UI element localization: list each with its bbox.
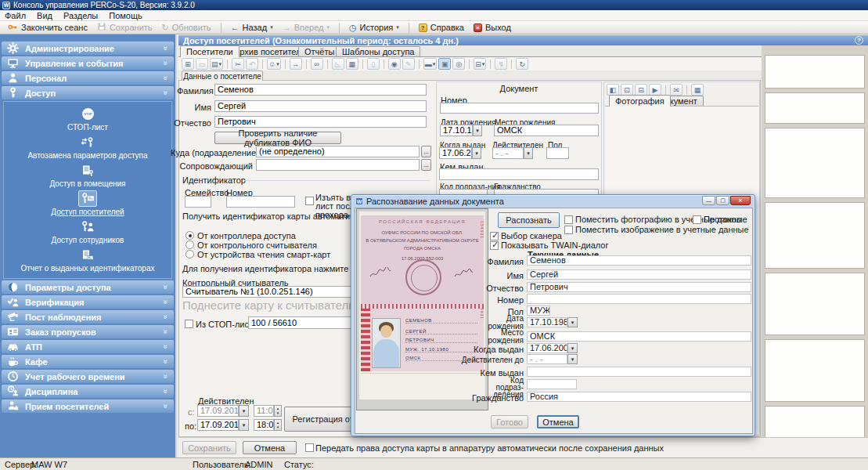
valid-to-date[interactable]: 17.09.2015: [197, 419, 239, 431]
minimize-button[interactable]: —: [702, 196, 715, 205]
patronymic-input[interactable]: Петрович: [214, 116, 427, 128]
escort-browse-button[interactable]: ...: [421, 159, 431, 171]
sidebar-item-identifier-report[interactable]: Отчет о выданных идентификаторах: [4, 247, 171, 273]
doc-birth-date-dropdown[interactable]: ▾: [473, 125, 482, 136]
escort-input[interactable]: [256, 159, 420, 171]
sidebar-item-management-events[interactable]: Управление и события »: [2, 56, 174, 70]
identifier-button[interactable]: ∞: [311, 58, 323, 70]
doc-valid-until-input[interactable]: - . -: [492, 147, 524, 159]
lastname-input[interactable]: Семенов: [214, 84, 427, 96]
document-button[interactable]: ▯: [367, 58, 380, 70]
print-photo-icon[interactable]: ⊟: [635, 84, 647, 96]
doc-issue-date-input[interactable]: 17.06.2003: [439, 147, 472, 159]
from-smartcard-radio[interactable]: [185, 250, 194, 258]
sidebar-item-room-access[interactable]: Доступ в помещения: [4, 162, 171, 188]
video-capture-icon[interactable]: ▶: [649, 84, 661, 96]
sidebar-item-atp[interactable]: АТП »: [2, 340, 174, 353]
layout-button[interactable]: ▦: [346, 58, 358, 70]
sidebar-item-verification[interactable]: Верификация »: [2, 295, 174, 309]
dlg-lastname-input[interactable]: Семенов: [527, 255, 751, 266]
place-image-checkbox[interactable]: [564, 226, 573, 234]
tab-visitors[interactable]: Посетители: [180, 45, 240, 57]
valid-from-calendar-button[interactable]: ▾: [239, 405, 249, 417]
done-button[interactable]: Готово: [491, 415, 528, 428]
from-control-reader-radio[interactable]: [185, 240, 194, 249]
tab-visitor-data[interactable]: Данные о посетителе: [182, 70, 263, 81]
sidebar-item-administration[interactable]: Администрирование »: [2, 42, 174, 55]
dlg-birth-date-input[interactable]: 17.10.1980: [527, 317, 567, 327]
refresh-button[interactable]: ↻ Обновить: [157, 22, 216, 34]
print-button[interactable]: ⊟▾: [474, 58, 486, 70]
find-button[interactable]: ◉: [388, 58, 401, 70]
paste-image-icon[interactable]: ⊡: [621, 84, 633, 96]
sidebar-item-access-autoreplace[interactable]: Автозамена параметров доступа: [4, 134, 171, 160]
doc-issued-by-input[interactable]: [439, 168, 599, 180]
twain-dialog-checkbox[interactable]: ✓: [490, 241, 499, 250]
sidebar-item-access-params[interactable]: Параметры доступа »: [2, 280, 174, 294]
dialog-title-bar[interactable]: W Распознавание данных документа: [351, 195, 755, 208]
dropdown-icon[interactable]: ▾: [482, 61, 485, 67]
view-button[interactable]: ◎: [452, 58, 465, 70]
check-duplicates-button[interactable]: Проверить наличие дубликатов ФИО: [214, 132, 341, 144]
doc-issue-date-dropdown[interactable]: ▾: [472, 147, 481, 159]
chart-button[interactable]: ◺: [332, 58, 344, 70]
doc-number-input[interactable]: [440, 103, 599, 114]
number-input[interactable]: [226, 196, 295, 208]
sidebar-item-access[interactable]: Доступ »: [2, 86, 174, 99]
dialog-cancel-button[interactable]: Отмена: [537, 415, 579, 428]
add-visitor-button[interactable]: ⊞: [182, 58, 194, 70]
protocol-checkbox[interactable]: [693, 215, 701, 224]
sidebar-item-visitor-access[interactable]: Доступ посетителей: [4, 190, 171, 216]
place-photo-checkbox[interactable]: [564, 215, 573, 224]
tab-photo[interactable]: Фотография: [609, 95, 671, 107]
from-controller-radio[interactable]: [185, 231, 194, 240]
department-browse-button[interactable]: ...: [421, 146, 431, 157]
valid-to-time[interactable]: 18:00: [254, 419, 274, 431]
history-button[interactable]: ◷ История ▾: [344, 22, 404, 34]
dropdown-icon[interactable]: ▾: [219, 61, 222, 67]
sidebar-item-discipline[interactable]: Дисциплина »: [2, 385, 174, 398]
dlg-valid-until-dropdown[interactable]: ▾: [567, 354, 578, 364]
camera-icon[interactable]: ◧: [607, 84, 619, 96]
valid-from-time-spinner[interactable]: ▴▾: [274, 405, 282, 417]
forward-dropdown-icon[interactable]: ▾: [326, 24, 330, 31]
sidebar-item-time-tracking[interactable]: Учет рабочего времени »: [2, 370, 174, 383]
valid-to-calendar-button[interactable]: ▾: [239, 419, 249, 431]
dlg-issue-date-input[interactable]: 17.06.2003: [527, 343, 567, 353]
doc-birth-place-input[interactable]: ОМСК: [494, 125, 599, 136]
dropdown-icon[interactable]: ▾: [433, 61, 436, 67]
quick-action-button[interactable]: ↯: [495, 58, 507, 70]
help-button[interactable]: ? Справка: [414, 22, 469, 34]
cancel-visitor-button[interactable]: Отмена: [243, 441, 297, 454]
firstname-input[interactable]: Сергей: [214, 100, 427, 112]
doc-birth-date-input[interactable]: 17.10.1980: [440, 125, 473, 136]
back-dropdown-icon[interactable]: ▾: [270, 24, 273, 31]
sidebar-item-pass-orders[interactable]: Заказ пропусков »: [2, 325, 174, 338]
issue-card-button[interactable]: ▤▾: [210, 58, 223, 70]
dlg-gender-input[interactable]: МУЖ.: [527, 306, 550, 316]
reader-select-button[interactable]: ▬▾: [423, 58, 438, 70]
family-input[interactable]: [185, 196, 211, 208]
dlg-firstname-input[interactable]: Сергей: [527, 269, 751, 280]
cut-button[interactable]: ✂: [232, 58, 244, 70]
undo-button[interactable]: ↶: [246, 58, 258, 70]
dropdown-icon[interactable]: ▾: [276, 61, 279, 67]
sidebar-item-employee-access[interactable]: Доступ сотрудников: [4, 219, 171, 244]
sidebar-item-stop-list[interactable]: STOP СТОП-лист: [4, 106, 171, 132]
back-button[interactable]: ← Назад ▾: [226, 22, 278, 34]
scan-document-button[interactable]: ▣: [438, 58, 451, 70]
doc-gender-input[interactable]: [546, 147, 569, 159]
menu-sections[interactable]: Разделы: [63, 11, 98, 20]
valid-from-date[interactable]: 17.09.2015: [197, 405, 239, 417]
menu-help[interactable]: Помощь: [109, 11, 142, 20]
forward-record-button[interactable]: →: [290, 58, 302, 70]
sidebar-item-personnel[interactable]: Персонал »: [2, 71, 174, 85]
dlg-valid-until-input[interactable]: - . -: [527, 354, 567, 364]
valid-from-time[interactable]: 11:03: [254, 405, 274, 417]
exit-button[interactable]: × Выход: [469, 22, 516, 34]
save-visitor-button[interactable]: Сохранить: [182, 441, 236, 454]
send-image-icon[interactable]: ✉: [670, 84, 683, 96]
edit-button[interactable]: ✎: [402, 58, 415, 70]
maximize-button[interactable]: ▢: [716, 196, 729, 205]
sidebar-item-cafe[interactable]: Кафе »: [2, 355, 174, 368]
